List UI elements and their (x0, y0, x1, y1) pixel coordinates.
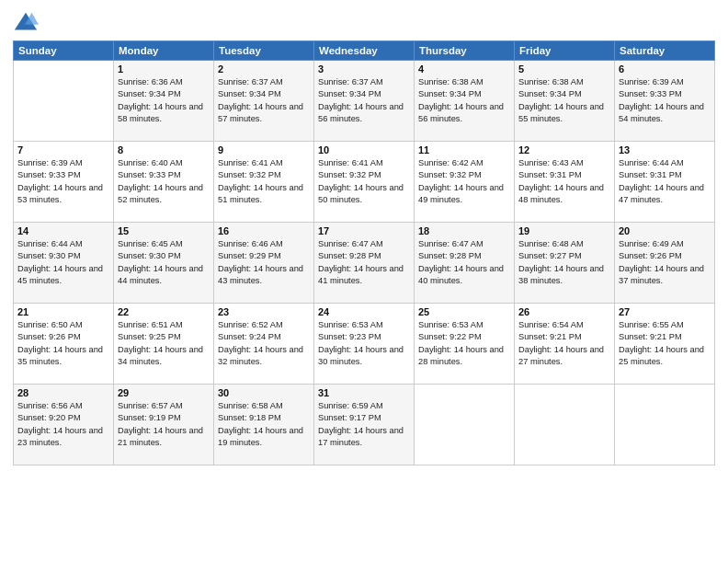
calendar-cell: 16Sunrise: 6:46 AMSunset: 9:29 PMDayligh… (214, 223, 314, 304)
day-number: 13 (619, 144, 711, 155)
day-number: 12 (518, 144, 610, 155)
page: SundayMondayTuesdayWednesdayThursdayFrid… (0, 0, 728, 563)
cell-text: Sunrise: 6:49 AMSunset: 9:26 PMDaylight:… (619, 238, 711, 288)
day-number: 9 (218, 144, 310, 155)
cell-text: Sunrise: 6:55 AMSunset: 9:21 PMDaylight:… (619, 319, 711, 369)
day-number: 31 (318, 387, 410, 398)
cell-text: Sunrise: 6:47 AMSunset: 9:28 PMDaylight:… (318, 238, 410, 288)
calendar-cell: 7Sunrise: 6:39 AMSunset: 9:33 PMDaylight… (14, 142, 114, 223)
cell-text: Sunrise: 6:40 AMSunset: 9:33 PMDaylight:… (118, 157, 210, 207)
logo-icon (13, 9, 39, 35)
header-row: SundayMondayTuesdayWednesdayThursdayFrid… (14, 41, 715, 61)
day-number: 15 (118, 225, 210, 236)
calendar-cell: 30Sunrise: 6:58 AMSunset: 9:18 PMDayligh… (214, 385, 314, 465)
cell-text: Sunrise: 6:48 AMSunset: 9:27 PMDaylight:… (518, 238, 610, 288)
calendar-cell: 17Sunrise: 6:47 AMSunset: 9:28 PMDayligh… (314, 223, 415, 304)
header (13, 9, 715, 35)
header-saturday: Saturday (615, 41, 715, 61)
day-number: 2 (218, 63, 310, 75)
cell-text: Sunrise: 6:36 AMSunset: 9:34 PMDaylight:… (118, 76, 210, 126)
calendar-cell: 25Sunrise: 6:53 AMSunset: 9:22 PMDayligh… (415, 304, 515, 385)
header-wednesday: Wednesday (314, 41, 415, 61)
cell-text: Sunrise: 6:41 AMSunset: 9:32 PMDaylight:… (318, 157, 410, 207)
week-row-2: 14Sunrise: 6:44 AMSunset: 9:30 PMDayligh… (14, 223, 715, 304)
calendar-cell: 1Sunrise: 6:36 AMSunset: 9:34 PMDaylight… (114, 61, 214, 142)
cell-text: Sunrise: 6:53 AMSunset: 9:23 PMDaylight:… (318, 319, 410, 369)
day-number: 18 (418, 225, 510, 236)
day-number: 24 (318, 306, 410, 317)
day-number: 19 (518, 225, 610, 236)
day-number: 30 (218, 387, 310, 398)
day-number: 20 (619, 225, 711, 236)
day-number: 28 (17, 387, 109, 398)
calendar-cell: 14Sunrise: 6:44 AMSunset: 9:30 PMDayligh… (14, 223, 114, 304)
calendar-table: SundayMondayTuesdayWednesdayThursdayFrid… (13, 40, 715, 465)
calendar-cell: 26Sunrise: 6:54 AMSunset: 9:21 PMDayligh… (515, 304, 615, 385)
cell-text: Sunrise: 6:47 AMSunset: 9:28 PMDaylight:… (418, 238, 510, 288)
cell-text: Sunrise: 6:38 AMSunset: 9:34 PMDaylight:… (418, 76, 510, 126)
week-row-4: 28Sunrise: 6:56 AMSunset: 9:20 PMDayligh… (14, 385, 715, 465)
day-number: 17 (318, 225, 410, 236)
week-row-3: 21Sunrise: 6:50 AMSunset: 9:26 PMDayligh… (14, 304, 715, 385)
day-number: 29 (118, 387, 210, 398)
cell-text: Sunrise: 6:52 AMSunset: 9:24 PMDaylight:… (218, 319, 310, 369)
cell-text: Sunrise: 6:51 AMSunset: 9:25 PMDaylight:… (118, 319, 210, 369)
logo (13, 9, 42, 35)
day-number: 4 (418, 63, 510, 75)
header-monday: Monday (114, 41, 214, 61)
day-number: 14 (17, 225, 109, 236)
calendar-cell: 28Sunrise: 6:56 AMSunset: 9:20 PMDayligh… (14, 385, 114, 465)
day-number: 11 (418, 144, 510, 155)
day-number: 1 (118, 63, 210, 75)
calendar-cell: 21Sunrise: 6:50 AMSunset: 9:26 PMDayligh… (14, 304, 114, 385)
calendar-cell: 22Sunrise: 6:51 AMSunset: 9:25 PMDayligh… (114, 304, 214, 385)
calendar-cell: 31Sunrise: 6:59 AMSunset: 9:17 PMDayligh… (314, 385, 415, 465)
calendar-cell: 27Sunrise: 6:55 AMSunset: 9:21 PMDayligh… (615, 304, 715, 385)
calendar-cell: 12Sunrise: 6:43 AMSunset: 9:31 PMDayligh… (515, 142, 615, 223)
cell-text: Sunrise: 6:39 AMSunset: 9:33 PMDaylight:… (619, 76, 711, 126)
calendar-cell (14, 61, 114, 142)
cell-text: Sunrise: 6:37 AMSunset: 9:34 PMDaylight:… (318, 76, 410, 126)
cell-text: Sunrise: 6:44 AMSunset: 9:30 PMDaylight:… (17, 238, 109, 288)
calendar-cell: 4Sunrise: 6:38 AMSunset: 9:34 PMDaylight… (415, 61, 515, 142)
day-number: 7 (17, 144, 109, 155)
cell-text: Sunrise: 6:37 AMSunset: 9:34 PMDaylight:… (218, 76, 310, 126)
day-number: 3 (318, 63, 410, 75)
calendar-cell: 29Sunrise: 6:57 AMSunset: 9:19 PMDayligh… (114, 385, 214, 465)
day-number: 27 (619, 306, 711, 317)
calendar-cell: 5Sunrise: 6:38 AMSunset: 9:34 PMDaylight… (515, 61, 615, 142)
day-number: 23 (218, 306, 310, 317)
day-number: 8 (118, 144, 210, 155)
cell-text: Sunrise: 6:59 AMSunset: 9:17 PMDaylight:… (318, 400, 410, 450)
calendar-cell: 2Sunrise: 6:37 AMSunset: 9:34 PMDaylight… (214, 61, 314, 142)
calendar-cell: 10Sunrise: 6:41 AMSunset: 9:32 PMDayligh… (314, 142, 415, 223)
cell-text: Sunrise: 6:54 AMSunset: 9:21 PMDaylight:… (518, 319, 610, 369)
week-row-0: 1Sunrise: 6:36 AMSunset: 9:34 PMDaylight… (14, 61, 715, 142)
header-tuesday: Tuesday (214, 41, 314, 61)
calendar-cell: 15Sunrise: 6:45 AMSunset: 9:30 PMDayligh… (114, 223, 214, 304)
day-number: 21 (17, 306, 109, 317)
calendar-cell: 13Sunrise: 6:44 AMSunset: 9:31 PMDayligh… (615, 142, 715, 223)
cell-text: Sunrise: 6:38 AMSunset: 9:34 PMDaylight:… (518, 76, 610, 126)
day-number: 16 (218, 225, 310, 236)
calendar-cell (515, 385, 615, 465)
cell-text: Sunrise: 6:56 AMSunset: 9:20 PMDaylight:… (17, 400, 109, 450)
calendar-cell: 23Sunrise: 6:52 AMSunset: 9:24 PMDayligh… (214, 304, 314, 385)
cell-text: Sunrise: 6:39 AMSunset: 9:33 PMDaylight:… (17, 157, 109, 207)
cell-text: Sunrise: 6:45 AMSunset: 9:30 PMDaylight:… (118, 238, 210, 288)
header-friday: Friday (515, 41, 615, 61)
day-number: 6 (619, 63, 711, 75)
cell-text: Sunrise: 6:58 AMSunset: 9:18 PMDaylight:… (218, 400, 310, 450)
calendar-cell: 8Sunrise: 6:40 AMSunset: 9:33 PMDaylight… (114, 142, 214, 223)
day-number: 5 (518, 63, 610, 75)
week-row-1: 7Sunrise: 6:39 AMSunset: 9:33 PMDaylight… (14, 142, 715, 223)
cell-text: Sunrise: 6:41 AMSunset: 9:32 PMDaylight:… (218, 157, 310, 207)
calendar-cell (415, 385, 515, 465)
calendar-cell: 18Sunrise: 6:47 AMSunset: 9:28 PMDayligh… (415, 223, 515, 304)
calendar-cell: 24Sunrise: 6:53 AMSunset: 9:23 PMDayligh… (314, 304, 415, 385)
header-sunday: Sunday (14, 41, 114, 61)
cell-text: Sunrise: 6:46 AMSunset: 9:29 PMDaylight:… (218, 238, 310, 288)
calendar-cell (615, 385, 715, 465)
cell-text: Sunrise: 6:43 AMSunset: 9:31 PMDaylight:… (518, 157, 610, 207)
header-thursday: Thursday (415, 41, 515, 61)
